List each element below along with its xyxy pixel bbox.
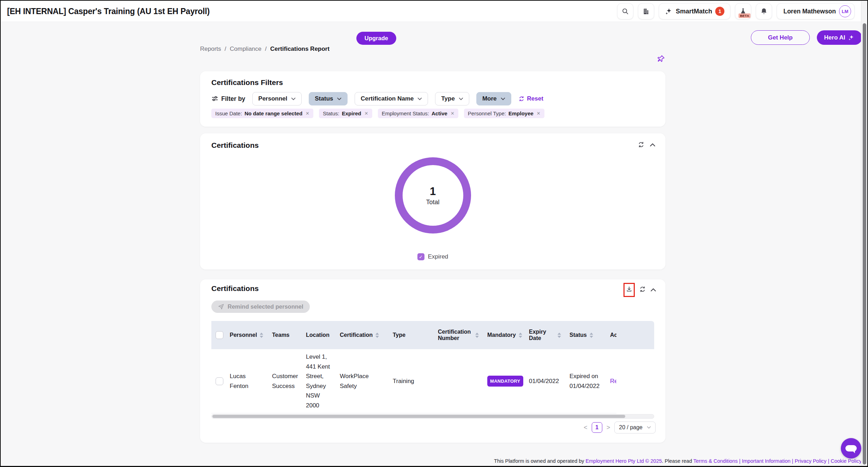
filters-title: Certifications Filters	[211, 78, 283, 87]
filter-chips: Issue Date:No date range selected ✕ Stat…	[211, 109, 544, 118]
next-page-button[interactable]: >	[607, 424, 610, 431]
remind-selected-button[interactable]: Remind selected personnel	[211, 301, 310, 313]
donut-total-label: Total	[426, 199, 439, 206]
collapse-button[interactable]	[650, 143, 656, 147]
notifications-button[interactable]	[756, 3, 772, 19]
chevron-down-icon	[459, 97, 463, 101]
column-header-status[interactable]: Status	[565, 321, 606, 349]
breadcrumb-item-compliance[interactable]: Compliance	[230, 46, 261, 53]
refresh-icon	[518, 96, 525, 102]
user-name: Loren Mathewson	[783, 8, 836, 15]
beta-tag: BETA	[739, 13, 751, 18]
pin-page-button[interactable]	[656, 54, 665, 65]
filter-button-status[interactable]: Status	[309, 92, 348, 105]
important-information-link[interactable]: Important Information	[742, 458, 791, 464]
sort-icon[interactable]	[519, 333, 522, 338]
privacy-policy-link[interactable]: Privacy Policy	[795, 458, 826, 464]
hero-ai-button[interactable]: Hero AI	[817, 30, 862, 45]
filter-button-certification-name[interactable]: Certification Name	[355, 92, 428, 105]
sort-icon[interactable]	[260, 333, 263, 338]
certifications-table: Personnel Teams Location Certification T…	[211, 321, 654, 410]
remind-link[interactable]: Remind	[610, 378, 616, 384]
close-icon[interactable]: ✕	[364, 111, 368, 116]
smartmatch-button[interactable]: SmartMatch 1	[659, 3, 730, 19]
organisation-button[interactable]	[638, 3, 654, 19]
filter-chip-personnel-type: Personnel Type:Employee ✕	[464, 109, 544, 118]
search-button[interactable]	[617, 3, 633, 19]
cell-certification: WorkPlace Safety	[336, 349, 388, 413]
close-icon[interactable]: ✕	[451, 111, 454, 116]
cookie-policy-link[interactable]: Cookie Policy	[831, 458, 862, 464]
horizontal-scrollbar[interactable]	[211, 414, 654, 419]
column-header-mandatory[interactable]: Mandatory	[483, 321, 525, 349]
certifications-chart-card: Certifications 1 Total ✓ Expired	[200, 133, 665, 269]
refresh-icon	[639, 286, 646, 293]
chat-bubble-icon	[845, 445, 857, 451]
horizontal-scrollbar-thumb[interactable]	[212, 415, 625, 418]
close-icon[interactable]: ✕	[537, 111, 541, 116]
refresh-button[interactable]	[638, 141, 645, 148]
send-icon	[218, 303, 224, 310]
chevron-down-icon	[417, 97, 422, 101]
chevron-down-icon	[501, 97, 505, 101]
vertical-scrollbar-thumb[interactable]	[863, 23, 866, 465]
select-all-checkbox[interactable]	[216, 331, 223, 339]
reset-filters-button[interactable]: Reset	[518, 95, 543, 102]
upgrade-button[interactable]: Upgrade	[356, 32, 396, 45]
chart-legend: ✓ Expired	[200, 253, 665, 260]
search-icon	[621, 7, 629, 15]
filter-button-type[interactable]: Type	[435, 92, 469, 105]
labs-button[interactable]: BETA	[735, 3, 751, 19]
sort-icon[interactable]	[475, 333, 479, 338]
download-button[interactable]	[626, 285, 633, 295]
breadcrumb-separator: /	[225, 46, 227, 53]
legend-label-expired: Expired	[428, 253, 448, 260]
cell-status: Expired on 01/04/2022	[565, 349, 606, 413]
filter-sliders-icon	[211, 95, 218, 102]
check-icon: ✓	[419, 254, 423, 260]
sort-icon[interactable]	[375, 333, 379, 338]
topbar-actions: SmartMatch 1 BETA Loren Mathewson LM	[617, 3, 855, 19]
breadcrumb-separator: /	[265, 46, 267, 53]
smartmatch-label: SmartMatch	[676, 8, 712, 15]
sort-icon[interactable]	[557, 333, 561, 338]
sparkle-icon	[665, 7, 673, 15]
column-header-action: Action	[606, 321, 616, 349]
cell-certification-number	[434, 349, 483, 413]
table-row: Lucas Fenton Customer Success Level 1, 4…	[211, 349, 616, 413]
get-help-button[interactable]: Get Help	[751, 30, 810, 45]
footer: This Platform is owned and operated by E…	[494, 458, 862, 464]
column-header-personnel[interactable]: Personnel	[225, 321, 268, 349]
row-checkbox[interactable]	[216, 377, 223, 385]
terms-link[interactable]: Terms & Conditions	[693, 458, 738, 464]
column-header-expiry-date[interactable]: Expiry Date	[525, 321, 565, 349]
sort-icon[interactable]	[590, 333, 593, 338]
chevron-up-icon	[650, 288, 656, 292]
cell-personnel: Lucas Fenton	[225, 349, 268, 413]
breadcrumb-item-reports[interactable]: Reports	[200, 46, 221, 53]
smartmatch-badge: 1	[715, 7, 724, 16]
close-icon[interactable]: ✕	[306, 111, 309, 116]
cell-action: Remind	[606, 349, 616, 413]
filters-card: Certifications Filters Filter by Personn…	[200, 71, 665, 127]
legend-checkbox-expired[interactable]: ✓	[417, 253, 424, 260]
chat-launcher-button[interactable]	[841, 438, 861, 459]
collapse-button[interactable]	[650, 287, 656, 293]
company-link[interactable]: Employment Hero Pty Ltd © 2025	[586, 458, 662, 464]
filter-button-more[interactable]: More	[476, 92, 511, 105]
column-header-type: Type	[388, 321, 434, 349]
page-number-button[interactable]: 1	[592, 422, 602, 433]
filter-button-personnel[interactable]: Personnel	[252, 92, 302, 105]
user-menu-button[interactable]: Loren Mathewson LM	[777, 3, 855, 19]
vertical-scrollbar[interactable]	[861, 1, 867, 466]
donut-total-value: 1	[430, 185, 436, 198]
column-header-certification-number[interactable]: Certification Number	[434, 321, 483, 349]
column-header-certification[interactable]: Certification	[336, 321, 388, 349]
download-icon	[626, 285, 633, 293]
pushpin-icon	[656, 54, 665, 63]
chevron-down-icon	[647, 426, 651, 429]
refresh-button[interactable]	[639, 286, 646, 294]
prev-page-button[interactable]: <	[584, 424, 587, 431]
annotation-highlight	[623, 283, 635, 297]
page-size-select[interactable]: 20 / page	[614, 421, 656, 433]
